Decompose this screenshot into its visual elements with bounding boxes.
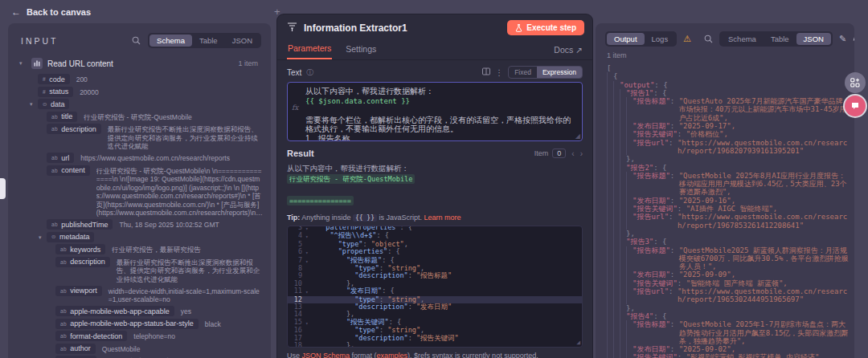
result-preview: 从以下内容中，帮我进行数据解析：行业研究报告 - 研究院-QuestMobile… [287, 163, 583, 206]
json-line: "发布日期": "2025-09-16", [607, 197, 850, 205]
json-schema-link[interactable]: JSON Schema [302, 352, 350, 358]
prev-item-icon[interactable]: ‹ [571, 149, 574, 158]
more-options-icon[interactable]: ⋮ [495, 68, 503, 77]
output-view-mode-switch: Schema Table JSON [719, 31, 833, 47]
next-item-icon[interactable]: › [580, 149, 583, 158]
canvas-add-node-button[interactable] [845, 72, 866, 93]
tab-output[interactable]: Output [607, 33, 645, 45]
pin-data-icon[interactable] [853, 35, 854, 44]
field-key-pill[interactable]: aburl [47, 153, 74, 163]
editor-line: 1、报告名称 [305, 134, 575, 142]
field-key: description [61, 125, 96, 133]
field-key-pill[interactable]: abformat-detection [55, 331, 127, 341]
input-node-name: Read URL content [47, 59, 233, 68]
field-value: Thu, 18 Sep 2025 10:02:52 GMT [119, 219, 219, 230]
tab-logs[interactable]: Logs [645, 33, 676, 45]
chevron-spacer [39, 112, 47, 114]
information-extractor-icon [287, 21, 297, 35]
info-icon: ⓘ [306, 67, 313, 78]
field-key-pill[interactable]: abauthor [55, 344, 96, 354]
fold-chevron-icon[interactable]: ▾ [305, 232, 313, 240]
field-key-pill[interactable]: abkeywords [55, 244, 105, 254]
json-line: "发布日期": "2025-09-17", [607, 122, 850, 130]
input-mode-json[interactable]: JSON [225, 35, 260, 47]
indent-guides [607, 89, 626, 97]
edit-output-icon[interactable]: ✎ [839, 34, 846, 44]
indent-guides [607, 312, 626, 320]
line-number: 11 [288, 287, 305, 295]
tab-parameters[interactable]: Parameters [287, 40, 332, 59]
str-type-icon: ab [51, 168, 58, 173]
indent-guides [607, 271, 633, 279]
tree-row-url: aburlhttps://www.questmobile.com.cn/rese… [21, 153, 263, 163]
input-mode-schema[interactable]: Schema [149, 35, 192, 47]
fold-spacer [305, 296, 313, 297]
indent-guides [607, 197, 633, 205]
back-to-canvas-button[interactable]: ← Back to canvas [11, 6, 91, 18]
field-key-pill[interactable]: abdescription [55, 257, 110, 267]
tree-row-status: #status20000 [21, 87, 263, 97]
chevron-down-icon[interactable]: ▾ [19, 60, 27, 67]
json-line: "报告关键词": "AI插件 AIGC 智能终端", [607, 205, 850, 213]
indent-guides [607, 122, 633, 130]
input-schema-tree: #code200#status20000▾⊙dataabtitle行业研究报告 … [8, 72, 271, 358]
toggle-fixed[interactable]: Fixed [509, 67, 537, 78]
resize-handle-icon[interactable]: ◢ [576, 339, 580, 346]
field-key-pill[interactable]: ⊙metadata [47, 232, 94, 242]
search-icon[interactable] [704, 35, 713, 43]
str-type-icon: ab [60, 246, 67, 252]
input-mode-table[interactable]: Table [192, 35, 225, 47]
line-number: 7 [288, 257, 305, 264]
field-key-pill[interactable]: abtitle [47, 112, 77, 122]
output-mode-schema[interactable]: Schema [721, 33, 764, 45]
chevron-down-icon[interactable]: ▾ [39, 232, 47, 241]
output-mode-json[interactable]: JSON [796, 33, 831, 45]
field-key-pill[interactable]: ⊙data [38, 99, 69, 109]
str-type-icon: ab [60, 288, 67, 294]
fold-chevron-icon[interactable]: ▾ [305, 257, 313, 265]
field-key-pill[interactable]: abapple-mobile-web-app-capable [55, 306, 174, 316]
result-item-index[interactable]: 0 [552, 148, 566, 158]
chevron-down-icon[interactable]: ▾ [30, 99, 38, 108]
help-chat-button[interactable] [845, 96, 866, 116]
json-schema-editor[interactable]: 3▾ "patternProperties": {4▾ "^报告\\d+$": … [287, 226, 583, 348]
field-key-pill[interactable]: abviewport [55, 286, 102, 296]
text-expression-editor[interactable]: fx 从以下内容中，帮我进行数据解析：{{ $json.data.content… [287, 82, 583, 141]
fold-spacer [305, 303, 313, 304]
json-line: "报告标题": "QuestMobile2025 新蓝领人群洞察报告：月活规模突… [607, 246, 850, 271]
field-key-pill[interactable]: #status [38, 87, 73, 97]
field-key-pill[interactable]: abdescription [47, 124, 101, 134]
docs-link[interactable]: Docs ↗ [554, 45, 583, 55]
tab-settings[interactable]: Settings [345, 41, 377, 59]
field-key-pill[interactable]: abapple-mobile-web-app-status-bar-style [55, 319, 199, 329]
schema-code: "properties": { [313, 248, 400, 255]
chevron-spacer [47, 286, 55, 288]
json-line: "报告关键词": "影视剧综营销 影视综艺榜单 内容经济", [607, 353, 850, 358]
fold-chevron-icon[interactable]: ▾ [305, 226, 313, 232]
obj-type-icon: ⊙ [51, 234, 56, 240]
input-node-row[interactable]: ▾ Read URL content 1 item [8, 53, 271, 72]
fold-chevron-icon[interactable]: ▾ [305, 287, 313, 295]
field-key-pill[interactable]: abpublishedTime [47, 219, 113, 230]
learn-more-link[interactable]: Learn more [424, 214, 461, 222]
toggle-expression[interactable]: Expression [537, 67, 582, 78]
examples-link[interactable]: examples [377, 352, 408, 358]
execute-step-button[interactable]: Execute step [507, 20, 584, 35]
result-label: Result [287, 148, 534, 158]
field-key-pill[interactable]: abcontent [47, 165, 90, 176]
search-icon[interactable] [132, 36, 141, 45]
fold-chevron-icon[interactable]: ▾ [305, 248, 313, 256]
field-key-pill[interactable]: #code [38, 74, 70, 84]
resize-handle-icon[interactable]: ◢ [575, 132, 580, 140]
schema-line-18: 18 }, [288, 342, 582, 348]
panel-drag-handle[interactable] [0, 178, 6, 199]
field-value: 行业研究报告 - 研究院-QuestMobile\n \n===========… [96, 165, 263, 218]
result-line: =============== [287, 195, 583, 206]
input-view-mode-switch: Schema Table JSON [148, 33, 261, 48]
split-view-icon[interactable] [482, 67, 490, 77]
str-type-icon: ab [60, 346, 67, 352]
field-key: publishedTime [61, 221, 108, 229]
fold-chevron-icon[interactable]: ▾ [305, 319, 313, 327]
line-number: 3 [288, 226, 305, 231]
output-mode-table[interactable]: Table [764, 33, 796, 45]
